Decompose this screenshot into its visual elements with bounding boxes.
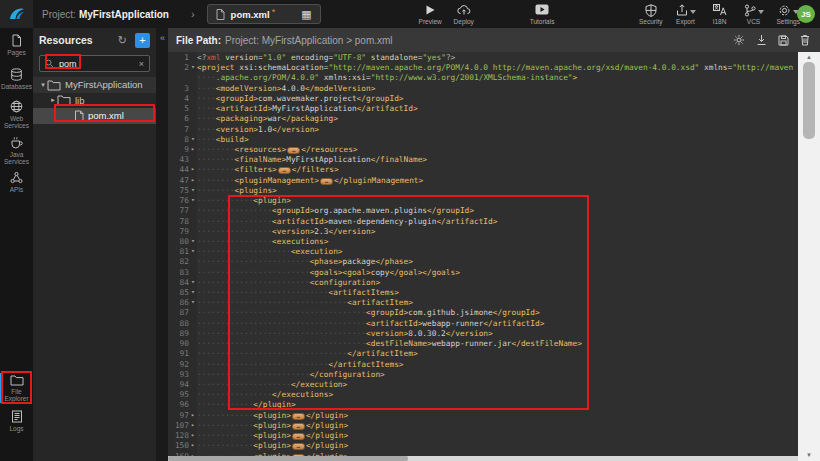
code-token: "yes": [422, 53, 445, 62]
folder-icon: [10, 374, 24, 386]
action-i18n[interactable]: I18N: [709, 4, 731, 25]
line-number: 75: [180, 186, 189, 196]
action-deploy[interactable]: Deploy: [453, 4, 475, 25]
clear-search-icon[interactable]: ×: [139, 59, 144, 69]
caret-down-icon[interactable]: ▾: [39, 81, 47, 89]
fold-open-icon[interactable]: ▾: [189, 196, 197, 206]
download-button[interactable]: [756, 34, 767, 46]
fold-closed-icon[interactable]: ▸: [189, 421, 197, 431]
sidebar-item-label: Java Services: [0, 151, 33, 166]
folded-code-icon[interactable]: ↔: [287, 147, 300, 154]
add-resource-button[interactable]: +: [135, 33, 150, 48]
save-button[interactable]: [778, 35, 789, 46]
code-token: </groupId>: [493, 308, 540, 317]
action-security[interactable]: Security: [639, 4, 662, 25]
code-token: "http://maven.apache.org/POM/4.0.0 http:…: [328, 63, 699, 72]
code-token: <packaging>: [216, 114, 268, 123]
indent-whitespace: ················: [197, 227, 272, 236]
gutter-line: 84▾: [168, 278, 197, 288]
sidebar-item-web-services[interactable]: Web Services: [0, 100, 33, 130]
sidebar-item-label: Web Services: [0, 115, 33, 130]
gutter-line: 77: [168, 206, 197, 216]
sidebar-item-apis[interactable]: APIs: [0, 171, 33, 193]
folded-code-icon[interactable]: ↔: [278, 167, 291, 174]
horizontal-scrollbar[interactable]: [168, 456, 798, 461]
sidebar-item-databases[interactable]: Databases: [0, 68, 33, 90]
scroll-down-icon[interactable]: ▼: [798, 451, 820, 459]
sidebar-item-file-explorer[interactable]: File Explorer: [0, 374, 33, 403]
caret-right-icon[interactable]: ▸: [49, 96, 57, 104]
folder-icon: [57, 94, 71, 106]
fold-open-icon[interactable]: ▾: [189, 298, 197, 308]
collapse-panel-button[interactable]: «: [157, 28, 168, 461]
code-token: <artifactId>: [366, 319, 422, 328]
line-number: 93: [180, 370, 189, 380]
fold-open-icon[interactable]: ▾: [189, 63, 197, 73]
line-number: 86: [180, 298, 189, 308]
fold-open-icon[interactable]: ▾: [189, 186, 197, 196]
vertical-scrollbar[interactable]: ▲ ▼: [798, 52, 820, 461]
code-token: <version>: [216, 125, 258, 134]
user-avatar[interactable]: JS: [797, 5, 815, 23]
action-export[interactable]: Export: [675, 4, 697, 25]
scroll-up-icon[interactable]: ▲: [798, 53, 820, 61]
fold-open-icon[interactable]: ▾: [189, 288, 197, 298]
indent-whitespace: ····: [197, 135, 216, 144]
folded-code-icon[interactable]: ↔: [292, 413, 305, 420]
line-number: 107: [175, 421, 189, 431]
code-token: <finalName>: [235, 155, 287, 164]
code-line: ························<phase>package</…: [197, 257, 798, 267]
action-vcs[interactable]: VCS: [743, 4, 765, 25]
fold-closed-icon[interactable]: ▸: [189, 411, 197, 421]
folded-code-icon[interactable]: ↔: [292, 443, 305, 450]
fold-closed-icon[interactable]: ▸: [189, 431, 197, 441]
gutter-line: 96: [168, 400, 197, 410]
coffee-icon: [10, 136, 23, 149]
fold-open-icon[interactable]: ▾: [189, 247, 197, 257]
app-logo[interactable]: [0, 0, 33, 28]
project-name: MyFirstApplication: [79, 9, 169, 20]
code-line: <?xml version="1.0" encoding="UTF-8" sta…: [197, 53, 798, 63]
tab-pom-xml[interactable]: pom.xml * ▦: [207, 4, 321, 24]
folded-code-icon[interactable]: ↔: [292, 423, 305, 430]
settings-button[interactable]: [733, 34, 745, 46]
fold-open-icon[interactable]: ▾: [189, 278, 197, 288]
action-label: Tutorials: [530, 18, 555, 25]
code-line: ························<goals><goal>cop…: [197, 268, 798, 278]
resource-search-input[interactable]: pom ×: [39, 55, 150, 72]
resources-header: Resources ↻ +: [33, 28, 156, 52]
tree-item-lib[interactable]: ▸lib: [33, 93, 156, 109]
code-token: </filters>: [292, 165, 339, 174]
code-token: package: [343, 257, 376, 266]
fold-placeholder: [189, 400, 197, 410]
action-preview[interactable]: Preview: [419, 4, 442, 25]
refresh-button[interactable]: ↻: [118, 35, 127, 46]
sidebar-item-java-services[interactable]: Java Services: [0, 136, 33, 166]
editor-gutter: 12▾345678▾9▸4344▸47▸75▾76▾77787980▾81▾82…: [168, 52, 197, 461]
grid-icon[interactable]: ▦: [301, 9, 311, 20]
fold-open-icon[interactable]: ▾: [189, 135, 197, 145]
editor-content[interactable]: <?xml version="1.0" encoding="UTF-8" sta…: [197, 52, 798, 461]
fold-open-icon[interactable]: ▾: [189, 237, 197, 247]
scrollbar-thumb[interactable]: [803, 62, 815, 139]
folded-code-icon[interactable]: ↔: [320, 178, 333, 185]
horizontal-scrollbar-thumb[interactable]: [168, 456, 408, 461]
code-line: ····<modelVersion>4.0.0</modelVersion>: [197, 84, 798, 94]
code-token: standalone: [371, 53, 418, 62]
fold-closed-icon[interactable]: ▸: [189, 145, 197, 155]
tree-item-pom-xml[interactable]: pom.xml: [33, 108, 156, 124]
delete-button[interactable]: [800, 34, 810, 46]
action-label: Deploy: [454, 18, 474, 25]
fold-closed-icon[interactable]: ▸: [189, 165, 197, 175]
sidebar-item-label: APIs: [10, 186, 24, 193]
gutter-line: 85▾: [168, 288, 197, 298]
sidebar-item-pages[interactable]: Pages: [0, 34, 33, 56]
tree-item-myfirstapplication[interactable]: ▾MyFirstApplication: [33, 77, 156, 93]
folded-code-icon[interactable]: ↔: [292, 433, 305, 440]
fold-closed-icon[interactable]: ▸: [189, 441, 197, 451]
sidebar-item-logs[interactable]: Logs: [0, 410, 33, 432]
indent-whitespace: ····································: [197, 319, 366, 328]
code-editor[interactable]: 12▾345678▾9▸4344▸47▸75▾76▾77787980▾81▾82…: [168, 52, 820, 461]
action-tutorials[interactable]: Tutorials: [530, 4, 555, 25]
fold-closed-icon[interactable]: ▸: [189, 176, 197, 186]
